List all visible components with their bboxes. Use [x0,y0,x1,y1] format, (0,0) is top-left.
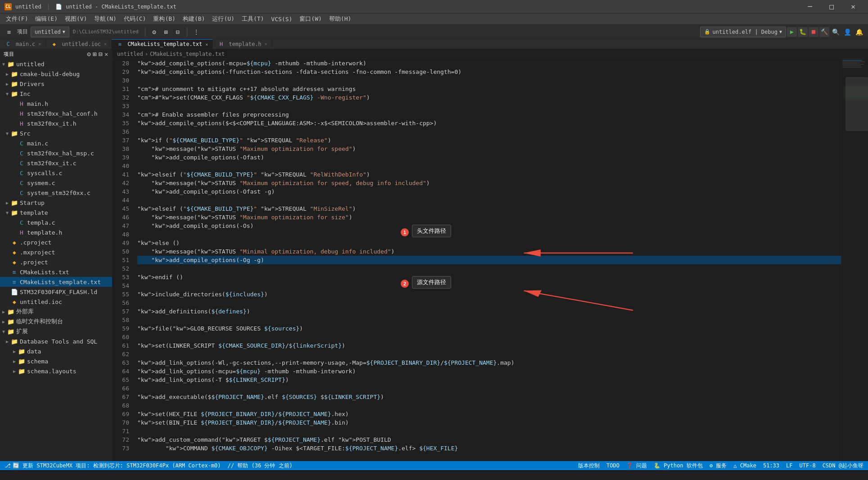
status-cmake[interactable]: △ CMake [733,462,756,470]
menu-vcs[interactable]: VCS(S) [267,15,296,23]
folder-icon-extensions: 📁 [7,328,14,335]
file-icon-project: ◆ [11,259,18,266]
file-icon-cmakelists: ≡ [11,269,18,276]
tree-item-src[interactable]: ▼ 📁 Src [0,128,112,138]
tab-close-untitled-ioc[interactable]: ✕ [104,41,107,46]
status-lf[interactable]: LF [786,462,792,470]
settings-button[interactable]: ⚙ [149,27,160,37]
menu-code[interactable]: 代码(C) [120,14,149,24]
status-todo[interactable]: TODO [606,462,619,470]
code-content[interactable]: "kw">add_compile_options(-mcpu=${mcpu} -… [133,59,841,461]
status-help[interactable]: // 帮助 (36 分钟 之前) [228,462,293,470]
status-services[interactable]: ⚙ 服务 [710,462,727,470]
sidebar-toggle-button[interactable]: ≡ [4,27,14,37]
tree-item-db-tools[interactable]: ▶ 📁 Database Tools and SQL [0,336,112,346]
notifications-button[interactable]: 🔔 [854,27,864,37]
menu-view[interactable]: 视图(V) [61,14,90,24]
sidebar-settings-icon[interactable]: ⚙ [87,50,91,58]
tree-item-system-stm32[interactable]: C system_stm32f0xx.c [0,188,112,198]
tree-item-startup[interactable]: ▶ 📁 Startup [0,198,112,208]
minimize-button[interactable]: ─ [800,0,820,14]
menu-build[interactable]: 构建(B) [179,14,208,24]
tree-item-syscalls[interactable]: C syscalls.c [0,168,112,178]
sidebar-close-icon[interactable]: ✕ [104,50,108,58]
status-csdn[interactable]: CSDN @起小鱼呀 [823,462,863,470]
menu-run[interactable]: 运行(U) [208,14,238,24]
project-name: untitled [35,29,61,35]
tree-item-data[interactable]: ▶ 📁 data [0,346,112,356]
tree-item-templa-c[interactable]: C templa.c [0,217,112,227]
menu-file[interactable]: 文件(F) [2,14,32,24]
tree-item-schema[interactable]: ▶ 📁 schema [0,356,112,366]
tree-item-drivers[interactable]: ▶ 📁 Drivers [0,79,112,89]
status-position[interactable]: 51:33 [763,462,779,470]
debug-config-dropdown[interactable]: 🔒 untitled.elf | Debug ▼ [700,27,786,37]
tree-item-temp-files[interactable]: ▶ 📁 临时文件和控制台 [0,317,112,326]
tree-item-sysmem[interactable]: C sysmem.c [0,178,112,188]
file-icon-sysmem: C [18,180,25,186]
menu-help[interactable]: 帮助(H) [326,14,355,24]
app-icon: CL [5,3,12,10]
tab-bar: C main.c ✕ ◆ untitled.ioc ✕ ≡ CMakeLists… [0,39,868,49]
debug-button[interactable]: 🐛 [798,27,808,37]
status-problems[interactable]: ❓ 问题 [626,462,647,470]
tree-item-template-folder[interactable]: ▼ 📁 template [0,208,112,217]
tab-cmakelists-template[interactable]: ≡ CMakeLists_template.txt ✕ [112,39,213,49]
collapse-button[interactable]: ⊟ [172,27,183,37]
tree-item-extensions[interactable]: ▼ 📁 扩展 [0,326,112,336]
project-dropdown[interactable]: untitled ▼ [31,27,69,37]
tree-item-main-c[interactable]: C main.c [0,138,112,148]
user-button[interactable]: 👤 [842,27,853,37]
tree-item-untitled-ioc[interactable]: ◆ untitled.ioc [0,297,112,307]
status-git-icon[interactable]: ⎇ 🔄 更新 STM32CubeMX 项目: 检测到芯片: STM32F030F… [5,462,221,470]
tree-item-cmakelists[interactable]: ≡ CMakeLists.txt [0,267,112,277]
status-python[interactable]: 🐍 Python 软件包 [654,462,703,470]
tab-main-c[interactable]: C main.c ✕ [0,39,46,49]
run-button[interactable]: ▶ [787,27,797,37]
menu-window[interactable]: 窗口(W) [296,14,325,24]
file-icon-cmakelists-template: ≡ [11,279,18,285]
menu-tools[interactable]: 工具(T) [238,14,267,24]
tree-item-external-libs[interactable]: ▶ 📁 外部库 [0,307,112,317]
tree-item-stm32-msp[interactable]: C stm32f0xx_hal_msp.c [0,148,112,158]
tree-item-inc[interactable]: ▼ 📁 Inc [0,89,112,99]
tree-item-untitled[interactable]: ▼ 📁 untitled [0,59,112,69]
tree-item-project[interactable]: ◆ .project [0,257,112,267]
tree-item-cmake-build[interactable]: ▶ 📁 cmake-build-debug [0,69,112,79]
sidebar-expand-icon[interactable]: ⊞ [93,50,97,58]
menu-refactor[interactable]: 重构(B) [149,14,179,24]
menu-edit[interactable]: 编辑(E) [32,14,61,24]
status-version-control[interactable]: 版本控制 [578,462,600,470]
code-editor[interactable]: 2829303132333435363738394041424344454647… [113,59,868,461]
tree-label-stm32-it-h: stm32f0xx_it.h [27,120,77,127]
tree-item-stm32-it-h[interactable]: H stm32f0xx_it.h [0,118,112,128]
tab-close-cmakelists[interactable]: ✕ [205,42,208,47]
more-button[interactable]: ⋮ [191,27,202,37]
tree-item-cproject[interactable]: ◆ .cproject [0,237,112,247]
tab-untitled-ioc[interactable]: ◆ untitled.ioc ✕ [46,39,112,49]
tree-label-inc: Inc [20,91,30,97]
tree-label-system-stm32: system_stm32f0xx.c [27,190,90,196]
tab-close-template-h[interactable]: ✕ [265,41,267,46]
maximize-button[interactable]: □ [821,0,842,14]
minimap [841,59,868,461]
tree-item-mxproject[interactable]: ◆ .mxproject [0,247,112,257]
tab-close-main-c[interactable]: ✕ [38,41,41,46]
tab-template-h[interactable]: H template.h ✕ [213,39,272,49]
stop-button[interactable]: ⏹ [809,27,818,37]
build-button[interactable]: 🔨 [819,27,829,37]
tree-item-stm32-it-c[interactable]: C stm32f0xx_it.c [0,158,112,168]
tree-item-flash-ld[interactable]: 📄 STM32F030F4PX_FLASH.ld [0,287,112,297]
tree-arrow-data: ▶ [11,349,18,354]
tree-item-template-h-file[interactable]: H template.h [0,227,112,237]
tree-item-cmakelists-template[interactable]: ≡ CMakeLists_template.txt [0,277,112,287]
menu-nav[interactable]: 导航(N) [90,14,120,24]
expand-button[interactable]: ⊞ [161,27,172,37]
close-button[interactable]: ✕ [843,0,863,14]
tree-item-main-h[interactable]: H main.h [0,99,112,109]
tree-item-stm32-conf[interactable]: H stm32f0xx_hal_conf.h [0,109,112,118]
sidebar-collapse-icon[interactable]: ⊟ [99,50,103,58]
search-button[interactable]: 🔍 [830,27,841,37]
status-utf8[interactable]: UTF-8 [800,462,816,470]
tree-item-schema-layouts[interactable]: ▶ 📁 schema.layouts [0,366,112,376]
